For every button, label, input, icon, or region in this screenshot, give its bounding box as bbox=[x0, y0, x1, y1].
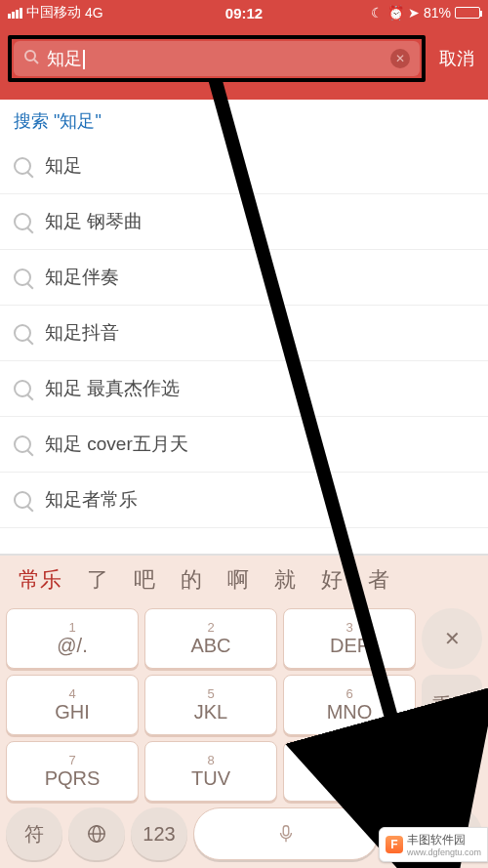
svg-rect-5 bbox=[283, 826, 289, 836]
search-hint[interactable]: 搜索 "知足" bbox=[0, 100, 488, 139]
battery-icon bbox=[455, 7, 480, 19]
candidate-item[interactable]: 的 bbox=[168, 565, 215, 595]
key-1[interactable]: 1@/. bbox=[6, 608, 139, 669]
search-icon bbox=[14, 324, 31, 342]
status-bar: 中国移动 4G 09:12 ☾ ⏰ ➤ 81% bbox=[0, 0, 488, 25]
search-box[interactable]: 知足 ✕ bbox=[14, 41, 420, 76]
suggestion-text: 知足 bbox=[45, 153, 82, 179]
symbol-key[interactable]: 符 bbox=[6, 807, 62, 860]
suggestion-text: 知足者常乐 bbox=[45, 487, 138, 513]
suggestion-item[interactable]: 知足伴奏 bbox=[0, 250, 488, 306]
globe-icon bbox=[86, 823, 107, 845]
candidate-item[interactable]: 好 bbox=[308, 565, 355, 595]
search-icon bbox=[14, 491, 31, 509]
search-box-highlight: 知足 ✕ bbox=[8, 35, 426, 82]
candidate-item[interactable]: 了 bbox=[74, 565, 121, 595]
search-input[interactable]: 知足 bbox=[47, 47, 383, 70]
watermark-title: 丰图软件园 bbox=[407, 833, 466, 847]
network-label: 4G bbox=[85, 5, 103, 21]
status-right: ☾ ⏰ ➤ 81% bbox=[371, 5, 480, 21]
search-icon bbox=[14, 435, 31, 453]
watermark-url: www.dgfengtu.com bbox=[407, 848, 481, 857]
mic-icon bbox=[275, 823, 297, 845]
candidate-bar: 常乐 了 吧 的 啊 就 好 者 bbox=[0, 556, 488, 604]
key-7[interactable]: 7PQRS bbox=[6, 741, 139, 802]
suggestion-text: 知足 钢琴曲 bbox=[45, 209, 142, 234]
key-grid: 1@/. 2ABC 3DEF ✕ 4GHI 5JKL 6MNO 重输 7PQRS… bbox=[0, 604, 488, 802]
key-3[interactable]: 3DEF bbox=[283, 608, 416, 669]
candidate-item[interactable]: 就 bbox=[262, 565, 308, 595]
suggestion-item[interactable]: 知足 最真杰作选 bbox=[0, 361, 488, 417]
carrier-label: 中国移动 bbox=[26, 4, 81, 21]
suggestion-text: 知足 最真杰作选 bbox=[45, 376, 180, 401]
moon-icon: ☾ bbox=[371, 5, 384, 21]
svg-point-0 bbox=[25, 51, 35, 61]
cancel-button[interactable]: 取消 bbox=[433, 47, 480, 70]
number-key[interactable]: 123 bbox=[131, 807, 187, 860]
suggestion-text: 知足伴奏 bbox=[45, 265, 119, 290]
candidate-item[interactable]: 者 bbox=[355, 565, 402, 595]
search-input-value: 知足 bbox=[47, 49, 82, 68]
text-cursor bbox=[83, 50, 85, 69]
suggestion-item[interactable]: 知足者常乐 bbox=[0, 473, 488, 528]
suggestion-item[interactable]: 知足抖音 bbox=[0, 306, 488, 361]
battery-pct: 81% bbox=[424, 5, 451, 21]
search-icon bbox=[14, 269, 31, 286]
candidate-item[interactable]: 啊 bbox=[215, 565, 262, 595]
key-4[interactable]: 4GHI bbox=[6, 675, 139, 735]
suggestion-item[interactable]: 知足 钢琴曲 bbox=[0, 194, 488, 250]
reenter-key[interactable]: 重输 bbox=[422, 675, 482, 735]
search-header: 知足 ✕ 取消 bbox=[0, 25, 488, 100]
search-icon bbox=[14, 213, 31, 230]
search-icon bbox=[23, 49, 39, 68]
globe-key[interactable] bbox=[68, 807, 125, 860]
key-6[interactable]: 6MNO bbox=[283, 675, 416, 735]
svg-line-1 bbox=[34, 60, 38, 63]
signal-icon bbox=[8, 8, 22, 19]
space-key[interactable] bbox=[193, 807, 379, 860]
key-8[interactable]: 8TUV bbox=[144, 741, 277, 802]
search-icon bbox=[14, 157, 31, 175]
suggestion-list: 知足 知足 钢琴曲 知足伴奏 知足抖音 知足 最真杰作选 知足 cover五月天… bbox=[0, 139, 488, 528]
suggestion-text: 知足 cover五月天 bbox=[45, 432, 188, 457]
key-2[interactable]: 2ABC bbox=[144, 608, 277, 669]
candidate-item[interactable]: 常乐 bbox=[6, 565, 74, 595]
watermark: F 丰图软件园 www.dgfengtu.com bbox=[379, 827, 488, 862]
suggestion-text: 知足抖音 bbox=[45, 320, 119, 346]
suggestion-item[interactable]: 知足 bbox=[0, 139, 488, 194]
key-5[interactable]: 5JKL bbox=[144, 675, 277, 735]
search-icon bbox=[14, 380, 31, 397]
watermark-logo-icon: F bbox=[386, 836, 403, 853]
key-9[interactable]: 9WXYZ bbox=[283, 741, 416, 802]
location-icon: ➤ bbox=[408, 5, 420, 21]
delete-key[interactable]: ✕ bbox=[422, 608, 482, 669]
candidate-item[interactable]: 吧 bbox=[121, 565, 168, 595]
keyboard: 常乐 了 吧 的 啊 就 好 者 1@/. 2ABC 3DEF ✕ 4GHI 5… bbox=[0, 554, 488, 868]
status-left: 中国移动 4G bbox=[8, 4, 103, 21]
suggestion-item[interactable]: 知足 cover五月天 bbox=[0, 417, 488, 473]
clear-search-button[interactable]: ✕ bbox=[390, 49, 410, 68]
alarm-icon: ⏰ bbox=[387, 5, 404, 21]
